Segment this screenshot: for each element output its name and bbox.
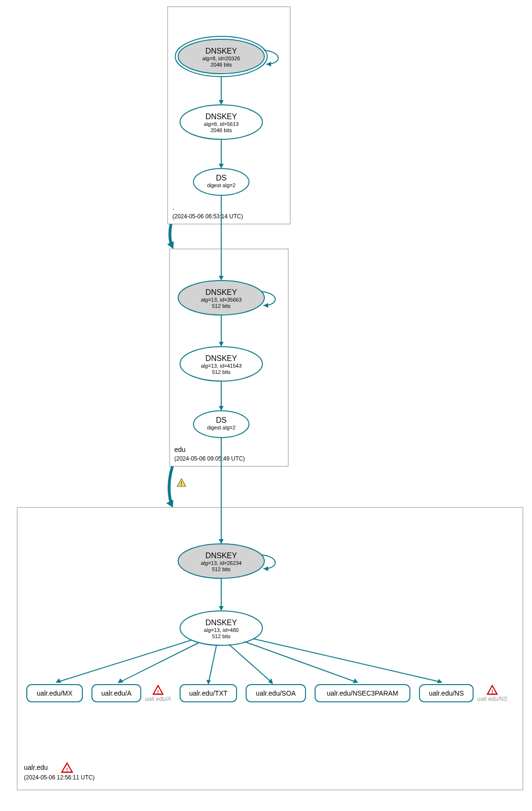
node-edu-zsk-bits: 512 bits	[212, 369, 231, 375]
node-root-ds-title: DS	[216, 174, 226, 182]
svg-text:!: !	[491, 689, 493, 695]
node-root-ds[interactable]: DS digest alg=2	[193, 169, 249, 195]
node-edu-ksk[interactable]: DNSKEY alg=13, id=35663 512 bits	[178, 281, 264, 315]
node-ualr-ksk[interactable]: DNSKEY alg=13, id=26234 512 bits	[178, 544, 264, 578]
rrset-nsec3param[interactable]: ualr.edu/NSEC3PARAM	[315, 685, 410, 702]
svg-text:ualr.edu/SOA: ualr.edu/SOA	[256, 689, 296, 697]
svg-marker-2	[266, 62, 271, 67]
rrset-soa[interactable]: ualr.edu/SOA	[246, 685, 306, 702]
svg-marker-39	[56, 678, 61, 683]
svg-marker-18	[219, 539, 224, 544]
ghost-a: ualr.edu/A	[145, 696, 171, 702]
svg-point-13	[193, 411, 249, 438]
node-root-ksk[interactable]: DNSKEY alg=8, id=20326 2048 bits	[175, 36, 267, 77]
svg-text:!: !	[157, 689, 159, 695]
svg-text:ualr.edu/TXT: ualr.edu/TXT	[189, 689, 228, 697]
node-root-ksk-alg: alg=8, id=20326	[203, 56, 240, 61]
rrset-a[interactable]: ualr.edu/A	[92, 685, 141, 702]
svg-marker-4	[219, 100, 224, 105]
node-ualr-ksk-title: DNSKEY	[205, 552, 237, 560]
edge-edu-to-ualr-delegation	[169, 466, 172, 503]
svg-marker-8	[219, 276, 224, 281]
edge-root-to-edu-delegation	[170, 224, 171, 245]
svg-marker-22	[219, 606, 224, 611]
svg-point-5	[193, 169, 249, 195]
edge-zsk-nsec3	[244, 642, 355, 682]
rrset-mx[interactable]: ualr.edu/MX	[27, 685, 82, 702]
node-edu-ds-alg: digest alg=2	[207, 425, 236, 430]
node-edu-ksk-title: DNSKEY	[205, 288, 237, 296]
svg-text:!: !	[66, 767, 68, 773]
node-root-ds-alg: digest alg=2	[207, 182, 236, 188]
svg-marker-44	[437, 679, 442, 683]
node-root-zsk-alg: alg=8, id=5613	[204, 121, 239, 127]
node-edu-ds[interactable]: DS digest alg=2	[193, 411, 249, 438]
rrset-txt[interactable]: ualr.edu/TXT	[180, 685, 237, 702]
edge-zsk-soa	[229, 644, 271, 682]
rrset-ns[interactable]: ualr.edu/NS	[419, 685, 473, 702]
svg-text:ualr.edu/MX: ualr.edu/MX	[37, 689, 73, 697]
zone-ualr-box	[17, 507, 523, 790]
node-root-zsk[interactable]: DNSKEY alg=8, id=5613 2048 bits	[180, 105, 262, 139]
node-root-zsk-bits: 2048 bits	[211, 127, 232, 133]
ghost-ns: ualr.edu/NS	[477, 696, 508, 702]
node-ualr-ksk-alg: alg=13, id=26234	[201, 560, 241, 566]
warning-icon-delegation[interactable]: !	[177, 479, 186, 487]
edge-zsk-ns	[253, 639, 440, 682]
svg-marker-6	[219, 164, 224, 169]
zone-root-name: .	[172, 203, 174, 211]
error-icon-ns[interactable]: !	[487, 686, 497, 695]
node-root-zsk-title: DNSKEY	[205, 113, 237, 121]
node-ualr-zsk-alg: alg=13, id=480	[204, 627, 239, 633]
node-edu-ksk-bits: 512 bits	[212, 303, 231, 309]
zone-edu-timestamp: (2024-05-06 09:05:49 UTC)	[174, 455, 245, 462]
node-edu-zsk[interactable]: DNSKEY alg=13, id=41543 512 bits	[180, 347, 262, 381]
zone-root-timestamp: (2024-05-06 06:53:14 UTC)	[172, 213, 243, 220]
node-ualr-zsk-bits: 512 bits	[212, 633, 231, 639]
error-icon-zone[interactable]: !	[62, 763, 72, 773]
edge-zsk-txt	[209, 645, 216, 682]
svg-marker-41	[206, 680, 211, 685]
error-icon-a[interactable]: !	[153, 686, 163, 695]
node-ualr-zsk[interactable]: DNSKEY alg=13, id=480 512 bits	[180, 611, 262, 645]
node-root-ksk-title: DNSKEY	[205, 47, 237, 55]
svg-text:ualr.edu/NS: ualr.edu/NS	[429, 689, 464, 697]
zone-ualr-timestamp: (2024-05-06 12:56:11 UTC)	[24, 774, 94, 781]
node-edu-ds-title: DS	[216, 416, 226, 424]
svg-text:ualr.edu/NSEC3PARAM: ualr.edu/NSEC3PARAM	[327, 689, 398, 697]
zone-ualr-name: ualr.edu	[24, 764, 48, 771]
node-ualr-ksk-bits: 512 bits	[212, 566, 231, 572]
zone-edu-name: edu	[174, 446, 185, 453]
svg-text:ualr.edu/A: ualr.edu/A	[101, 689, 132, 697]
node-edu-zsk-alg: alg=13, id=41543	[201, 363, 241, 369]
svg-marker-20	[263, 566, 268, 571]
svg-text:!: !	[181, 481, 182, 487]
edge-zsk-mx	[58, 640, 192, 682]
node-edu-zsk-title: DNSKEY	[205, 354, 237, 362]
svg-marker-10	[263, 303, 268, 308]
node-root-ksk-bits: 2048 bits	[211, 62, 232, 68]
svg-marker-14	[219, 406, 224, 411]
edge-zsk-a	[121, 642, 199, 682]
node-edu-ksk-alg: alg=13, id=35663	[201, 297, 241, 303]
node-ualr-zsk-title: DNSKEY	[205, 619, 237, 627]
svg-marker-12	[219, 342, 224, 347]
